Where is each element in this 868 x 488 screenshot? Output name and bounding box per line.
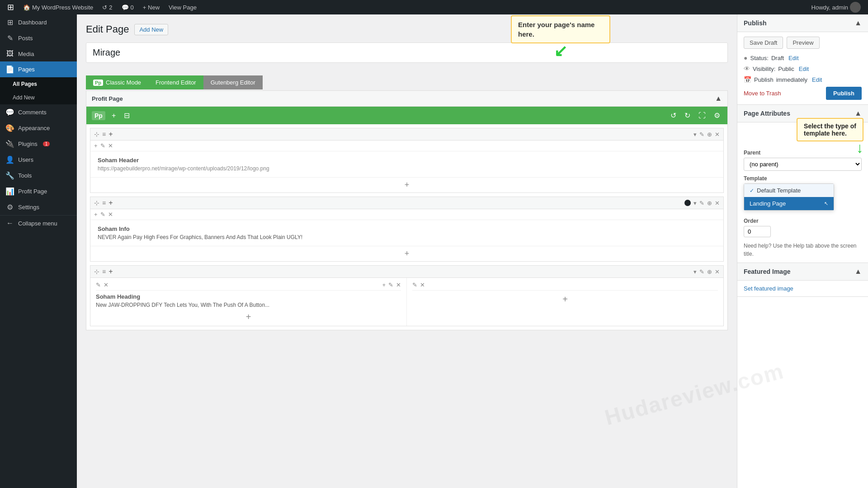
visibility-edit-link[interactable]: Edit [799,66,809,72]
visibility-value: Public [778,66,794,72]
row-delete-btn[interactable]: ✕ [715,131,720,138]
builder-redo-icon[interactable]: ↻ [683,109,692,122]
row-menu-icon[interactable]: ≡ [102,131,106,138]
parent-select[interactable]: (no parent) [744,158,862,171]
classic-mode-button[interactable]: Pp Classic Mode [86,75,148,89]
publish-toggle[interactable]: ▲ [854,19,862,27]
row2-delete-btn[interactable]: ✕ [715,200,720,206]
sidebar-item-pages[interactable]: 📄 Pages [0,61,77,77]
builder-add-icon[interactable]: + [110,110,118,122]
move-to-trash-link[interactable]: Move to Trash [744,90,781,97]
builder-undo-icon[interactable]: ↺ [669,109,678,122]
row2-drag-icon[interactable]: ⊹ [94,199,99,206]
col3b-delete-btn[interactable]: ✕ [420,282,425,288]
row-more-btn[interactable]: ▾ [693,131,697,138]
howdy[interactable]: Howdy, admin [808,0,864,14]
set-featured-image-link[interactable]: Set featured image [744,285,793,292]
featured-image-toggle[interactable]: ▲ [854,267,862,276]
col-add-btn-1[interactable]: + [94,142,98,149]
row3-more-btn[interactable]: ▾ [693,268,697,275]
add-module-btn-2[interactable]: + [90,246,723,261]
view-page[interactable]: View Page [165,0,200,14]
publish-edit-link[interactable]: Edit [812,76,822,83]
sidebar-item-media[interactable]: 🖼 Media [0,46,77,61]
col3a-edit-inner-btn[interactable]: ✎ [388,282,393,288]
builder-fullscreen-icon[interactable]: ⛶ [697,110,708,122]
preview-button[interactable]: Preview [787,37,819,49]
schedule-icon: 📅 [744,76,751,83]
order-input[interactable] [744,226,771,237]
row3-delete-btn[interactable]: ✕ [715,268,720,275]
template-annotation: Select the type oftemplate here. [797,118,863,141]
col3a-heading-text: New JAW-DROPPING DFY Tech Lets You, With… [96,302,401,308]
save-draft-button[interactable]: Save Draft [744,37,783,49]
row3-clone-btn[interactable]: ⊕ [707,268,712,275]
col2-edit-btn[interactable]: ✎ [100,211,105,218]
sidebar-item-comments[interactable]: 💬 Comments [0,104,77,120]
template-label: Template [744,175,862,182]
row3-menu-icon[interactable]: ≡ [102,268,106,275]
page-attributes-toggle[interactable]: ▲ [854,109,862,117]
col3a-add-bottom-btn[interactable]: + [246,312,251,322]
col2-delete-btn[interactable]: ✕ [108,211,113,218]
profit-page-icon: 📊 [5,187,14,196]
sidebar-item-add-new-page[interactable]: Add New [0,91,77,104]
col3b-edit-btn[interactable]: ✎ [412,282,417,288]
sidebar-item-users[interactable]: 👤 Users [0,152,77,168]
col3a-delete-btn[interactable]: ✕ [104,282,108,288]
publish-button[interactable]: Publish [826,87,862,100]
dashboard-icon: ⊞ [5,18,14,27]
row2-add-button[interactable]: + [108,199,113,207]
template-option-landing[interactable]: Landing Page ↖ [744,197,834,210]
sidebar-item-dashboard[interactable]: ⊞ Dashboard [0,14,77,30]
revisions[interactable]: ↺ 2 [99,0,116,14]
status-edit-link[interactable]: Edit [788,55,798,61]
tools-icon: 🔧 [5,171,14,180]
sidebar-item-all-pages[interactable]: All Pages [0,77,77,91]
module-label-1: Soham Header [98,157,716,164]
row3-drag-icon[interactable]: ⊹ [94,268,99,275]
help-text: Need help? Use the Help tab above the sc… [744,242,862,258]
sidebar-collapse[interactable]: ← Collapse menu [0,215,77,231]
sidebar-item-profit-page[interactable]: 📊 Profit Page [0,183,77,199]
col3a-add-inner-btn[interactable]: + [382,282,386,288]
page-attributes-title: Page Attributes [744,110,790,117]
row-drag-icon[interactable]: ⊹ [94,131,99,138]
site-name[interactable]: 🏠 My WordPress Website [19,0,97,14]
row2-edit-btn[interactable]: ✎ [699,200,704,206]
sidebar-item-tools[interactable]: 🔧 Tools [0,168,77,183]
builder-layout-icon[interactable]: ⊟ [122,109,132,122]
builder-settings-icon[interactable]: ⚙ [712,109,722,122]
new-content[interactable]: + New [139,0,163,14]
col2-add-btn[interactable]: + [94,211,98,218]
col3a-delete-inner-btn[interactable]: ✕ [396,282,401,288]
row3-add-button[interactable]: + [108,267,113,276]
sidebar-item-plugins[interactable]: 🔌 Plugins 1 [0,136,77,152]
add-new-button[interactable]: Add New [134,24,168,35]
row2-clone-btn[interactable]: ⊕ [707,200,712,206]
wp-logo[interactable]: ⊞ [4,0,18,14]
row2-menu-icon[interactable]: ≡ [102,199,106,206]
gutenberg-editor-button[interactable]: Gutenberg Editor [203,75,263,89]
pages-icon: 📄 [5,65,14,74]
add-module-btn-1[interactable]: + [90,177,723,192]
col-delete-btn-1[interactable]: ✕ [108,142,113,149]
builder-collapse-button[interactable]: ▲ [715,94,722,103]
row-edit-btn[interactable]: ✎ [699,131,704,138]
collapse-icon: ← [5,219,14,227]
sidebar-item-appearance[interactable]: 🎨 Appearance [0,120,77,136]
comments[interactable]: 💬 0 [118,0,137,14]
builder-logo-icon[interactable]: Pp [92,111,105,120]
col-edit-btn-1[interactable]: ✎ [100,142,105,149]
row-add-button[interactable]: + [108,130,113,138]
col3b-add-btn[interactable]: + [562,294,568,304]
row-clone-btn[interactable]: ⊕ [707,131,712,138]
template-option-default[interactable]: ✓ Default Template [744,184,834,197]
sidebar-item-posts[interactable]: ✎ Posts [0,30,77,46]
row3-edit-btn[interactable]: ✎ [699,268,704,275]
col3a-edit-btn[interactable]: ✎ [96,282,101,288]
page-title-input[interactable] [86,42,728,63]
row2-more-btn[interactable]: ▾ [693,200,697,206]
frontend-editor-button[interactable]: Frontend Editor [148,75,203,89]
sidebar-item-settings[interactable]: ⚙ Settings [0,199,77,215]
